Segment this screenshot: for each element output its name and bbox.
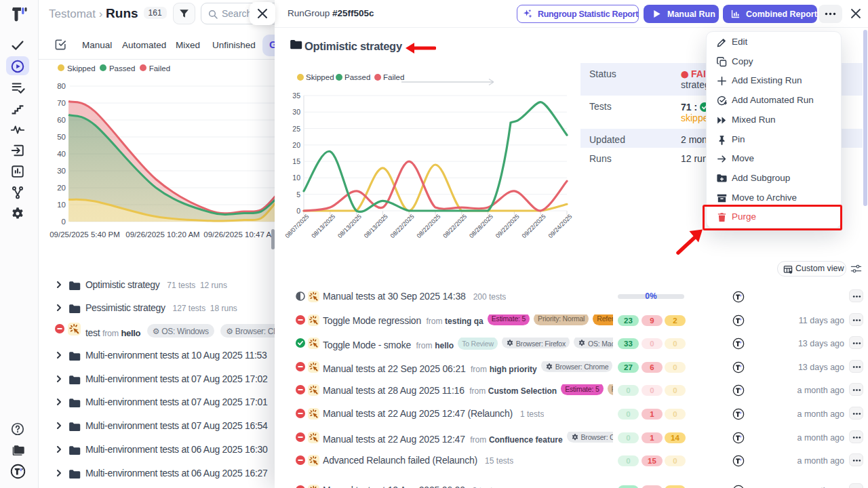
svg-text:5: 5 xyxy=(296,190,300,199)
svg-text:20: 20 xyxy=(292,141,300,149)
svg-text:25: 25 xyxy=(292,125,300,133)
svg-text:40: 40 xyxy=(57,150,66,158)
svg-text:10: 10 xyxy=(292,174,300,182)
svg-text:70: 70 xyxy=(57,99,66,107)
svg-text:0: 0 xyxy=(62,218,66,226)
svg-text:09/22/2025: 09/22/2025 xyxy=(521,213,547,239)
svg-text:09/22/2025: 09/22/2025 xyxy=(494,213,521,239)
svg-text:Skipped: Skipped xyxy=(306,73,334,81)
svg-text:08/13/2025: 08/13/2025 xyxy=(310,213,336,239)
svg-text:80: 80 xyxy=(57,82,66,90)
svg-text:30: 30 xyxy=(57,167,66,175)
svg-text:10: 10 xyxy=(57,201,66,209)
svg-text:08/22/2025: 08/22/2025 xyxy=(441,213,468,239)
svg-text:09/26/2025 10:20 AM: 09/26/2025 10:20 AM xyxy=(125,230,199,239)
svg-text:09/26/2025 10:47 AM: 09/26/2025 10:47 AM xyxy=(203,230,277,239)
svg-text:Failed: Failed xyxy=(383,73,404,81)
svg-text:08/22/2025: 08/22/2025 xyxy=(415,213,441,239)
svg-text:08/22/2025: 08/22/2025 xyxy=(389,213,416,239)
svg-text:30: 30 xyxy=(292,108,300,116)
svg-text:50: 50 xyxy=(57,133,66,141)
svg-text:08/13/2025: 08/13/2025 xyxy=(363,213,389,239)
svg-text:15: 15 xyxy=(292,157,300,165)
svg-text:60: 60 xyxy=(57,116,66,124)
svg-text:08/28/2025: 08/28/2025 xyxy=(468,213,494,239)
svg-text:20: 20 xyxy=(57,184,66,192)
svg-text:0: 0 xyxy=(296,207,300,215)
svg-text:09/24/2025: 09/24/2025 xyxy=(547,213,573,239)
svg-text:Passed: Passed xyxy=(344,73,370,81)
svg-text:08/07/2025: 08/07/2025 xyxy=(283,213,310,239)
svg-text:08/13/2025: 08/13/2025 xyxy=(336,213,363,239)
svg-text:35: 35 xyxy=(292,92,300,100)
svg-text:09/25/2025 5:40 PM: 09/25/2025 5:40 PM xyxy=(50,230,120,239)
